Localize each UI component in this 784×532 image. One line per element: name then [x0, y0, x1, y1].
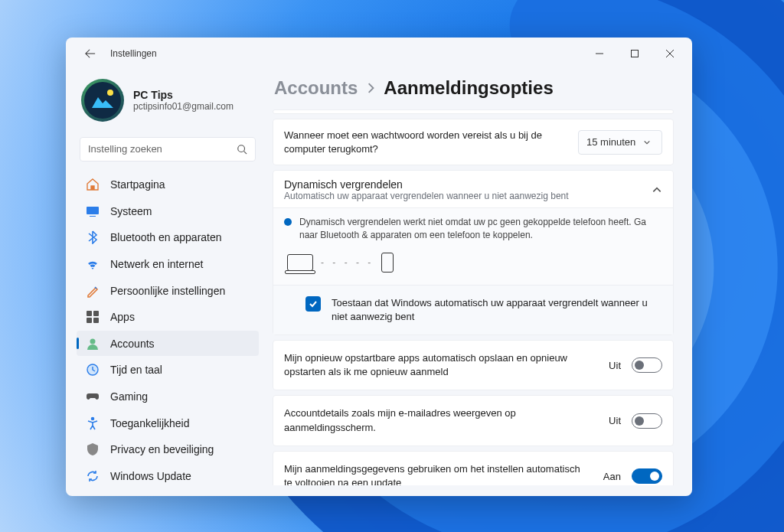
sidebar-item-label: Apps: [110, 311, 135, 323]
sidebar-item-label: Privacy en beveiliging: [110, 443, 214, 455]
sidebar-item-label: Tijd en taal: [110, 364, 162, 376]
sidebar-item-system[interactable]: Systeem: [77, 199, 259, 224]
sidebar-item-accounts[interactable]: Accounts: [77, 331, 259, 356]
sidebar-item-personal[interactable]: Persoonlijke instellingen: [77, 278, 259, 303]
maximize-button[interactable]: [617, 41, 652, 66]
restart-apps-state: Uit: [599, 360, 621, 371]
sidebar-item-gaming[interactable]: Gaming: [77, 384, 259, 410]
restart-apps-toggle[interactable]: [632, 357, 662, 373]
svg-rect-7: [93, 311, 99, 316]
dynamic-lock-check-row[interactable]: Toestaan dat Windows automatisch uw appa…: [273, 285, 673, 335]
check-icon: [309, 299, 318, 308]
main-pane: Accounts Aanmeldingsopties moustore occo…: [265, 70, 692, 496]
dynamic-lock-check-label: Toestaan dat Windows automatisch uw appa…: [332, 296, 662, 324]
sidebar-item-network[interactable]: Netwerk en internet: [77, 252, 259, 277]
time-icon: [86, 363, 100, 377]
sidebar-item-home[interactable]: Startpagina: [77, 172, 259, 197]
sidebar-item-apps[interactable]: Apps: [77, 305, 259, 330]
dynamic-lock-title: Dynamisch vergrendelen: [284, 178, 644, 191]
restart-apps-row[interactable]: Mijn opnieuw opstartbare apps automatisc…: [273, 340, 674, 390]
window-title: Instellingen: [110, 48, 157, 59]
back-button[interactable]: [80, 43, 101, 64]
chevron-right-icon: [365, 83, 376, 93]
breadcrumb: Accounts Aanmeldingsopties: [273, 74, 675, 109]
breadcrumb-current: Aanmeldingsopties: [384, 77, 553, 99]
home-icon: [86, 178, 100, 191]
svg-point-10: [90, 338, 96, 344]
show-email-row[interactable]: Accountdetails zoals mijn e-mailadres we…: [273, 395, 674, 446]
apps-icon: [86, 310, 100, 324]
finish-setup-state: Aan: [599, 471, 621, 482]
dynamic-lock-header[interactable]: Dynamisch vergrendelen Automatisch uw ap…: [273, 171, 673, 207]
breadcrumb-parent[interactable]: Accounts: [274, 77, 358, 99]
content-scroll[interactable]: moustore occountes op un opposaat (aanbe…: [273, 109, 675, 485]
nav-list: StartpaginaSysteemBluetooth en apparaten…: [77, 172, 262, 488]
profile-block[interactable]: PC Tips pctipsinfo01@gmail.com: [77, 74, 262, 134]
sidebar: PC Tips pctipsinfo01@gmail.com Startpagi…: [66, 70, 265, 496]
sidebar-item-label: Accounts: [110, 338, 155, 350]
cutoff-card: moustore occountes op un opposaat (aanbe…: [273, 109, 674, 114]
personal-icon: [86, 284, 100, 298]
titlebar: Instellingen: [66, 38, 692, 70]
close-button[interactable]: [652, 41, 688, 66]
minimize-button[interactable]: [582, 41, 617, 66]
svg-rect-8: [87, 318, 92, 323]
restart-apps-label: Mijn opnieuw opstartbare apps automatisc…: [284, 351, 589, 379]
gaming-icon: [86, 390, 100, 403]
profile-email: pctipsinfo01@gmail.com: [133, 101, 234, 112]
dynamic-lock-checkbox[interactable]: [305, 296, 321, 312]
finish-setup-toggle[interactable]: [632, 468, 662, 484]
laptop-icon: [287, 254, 313, 271]
avatar: [81, 79, 124, 122]
svg-rect-5: [90, 216, 96, 217]
window-controls: [582, 41, 688, 66]
sidebar-item-label: Startpagina: [110, 178, 165, 191]
dynamic-lock-subtitle: Automatisch uw apparaat vergrendelen wan…: [284, 191, 644, 201]
svg-rect-4: [87, 207, 99, 214]
svg-rect-6: [87, 311, 92, 316]
sidebar-item-bluetooth[interactable]: Bluetooth en apparaten: [77, 225, 259, 250]
search-input[interactable]: [88, 143, 237, 155]
sidebar-item-label: Persoonlijke instellingen: [110, 285, 225, 297]
chevron-down-icon: [643, 139, 651, 146]
show-email-label: Accountdetails zoals mijn e-mailadres we…: [284, 406, 589, 434]
sidebar-item-label: Bluetooth en apparaten: [110, 231, 222, 243]
info-icon: [284, 218, 292, 226]
sidebar-item-time[interactable]: Tijd en taal: [77, 357, 259, 383]
dynamic-lock-section: Dynamisch vergrendelen Automatisch uw ap…: [273, 170, 674, 335]
profile-name: PC Tips: [133, 89, 234, 101]
dynamic-lock-info: Dynamisch vergrendelen werkt niet omdat …: [273, 207, 673, 285]
sidebar-item-label: Systeem: [110, 205, 152, 217]
device-diagram: - - - - -: [284, 242, 662, 276]
svg-point-3: [238, 145, 245, 152]
svg-point-12: [92, 417, 94, 419]
system-icon: [86, 204, 100, 218]
sidebar-item-label: Windows Update: [110, 470, 191, 482]
sidebar-item-label: Toegankelijkheid: [110, 417, 190, 429]
accounts-icon: [86, 337, 100, 351]
search-icon: [237, 144, 247, 155]
chevron-up-icon: [652, 184, 662, 195]
finish-setup-row[interactable]: Mijn aanmeldingsgegevens gebruiken om he…: [273, 451, 674, 485]
connection-dashes: - - - - -: [321, 257, 374, 268]
svg-rect-9: [93, 318, 99, 323]
password-timeout-label: Wanneer moet een wachtwoord worden verei…: [284, 129, 569, 155]
dynamic-lock-info-text: Dynamisch vergrendelen werkt niet omdat …: [299, 216, 662, 242]
password-timeout-row[interactable]: Wanneer moet een wachtwoord worden verei…: [273, 119, 674, 165]
password-timeout-select[interactable]: 15 minuten: [578, 130, 662, 155]
network-icon: [86, 257, 100, 271]
svg-point-1: [84, 82, 121, 119]
search-box[interactable]: [80, 137, 256, 162]
update-icon: [86, 469, 100, 483]
sidebar-item-label: Gaming: [110, 390, 148, 403]
show-email-toggle[interactable]: [632, 413, 662, 429]
sidebar-item-access[interactable]: Toegankelijkheid: [77, 410, 259, 436]
svg-rect-0: [632, 51, 639, 57]
sidebar-item-privacy[interactable]: Privacy en beveiliging: [77, 437, 259, 462]
svg-point-2: [107, 90, 113, 96]
phone-icon: [381, 253, 394, 273]
show-email-state: Uit: [599, 415, 621, 426]
sidebar-item-update[interactable]: Windows Update: [77, 463, 259, 488]
settings-window: Instellingen PC Tips pctipsinfo01@gmail.…: [66, 38, 692, 496]
privacy-icon: [86, 442, 100, 456]
